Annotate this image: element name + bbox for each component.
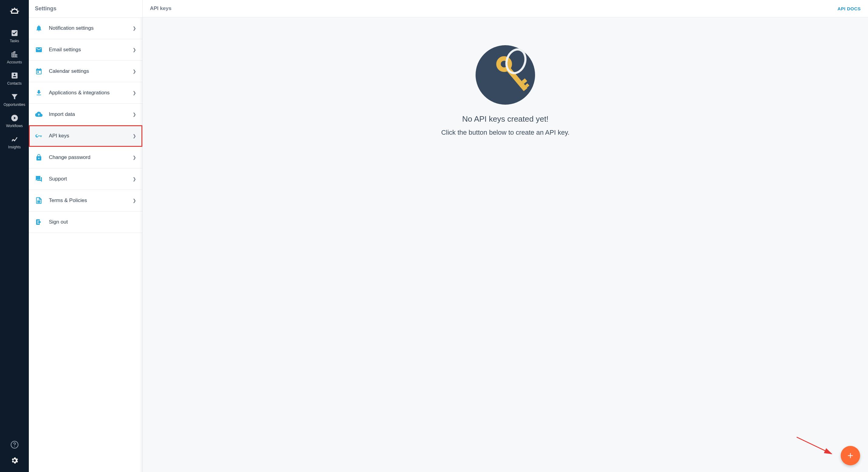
bell-icon xyxy=(35,24,43,32)
chevron-right-icon: ❯ xyxy=(133,69,136,74)
nav-item-label: Accounts xyxy=(7,60,22,64)
nav-item-insights[interactable]: Insights xyxy=(0,132,29,153)
settings-gear-icon[interactable] xyxy=(10,456,19,466)
signout-icon xyxy=(35,218,43,226)
chevron-right-icon: ❯ xyxy=(133,198,136,203)
chevron-right-icon: ❯ xyxy=(133,26,136,31)
app-logo-icon xyxy=(8,6,21,20)
settings-item-api-keys[interactable]: API keys ❯ xyxy=(29,125,142,147)
lock-icon xyxy=(35,154,43,161)
plus-icon xyxy=(846,451,855,460)
document-icon xyxy=(35,196,43,204)
settings-item-support[interactable]: Support ❯ xyxy=(29,168,142,190)
nav-item-label: Insights xyxy=(8,145,21,149)
svg-point-11 xyxy=(14,446,14,447)
settings-item-label: Terms & Policies xyxy=(49,197,133,203)
settings-header: Settings xyxy=(29,0,142,18)
chevron-right-icon: ❯ xyxy=(133,47,136,52)
settings-item-label: Applications & integrations xyxy=(49,90,133,96)
page-title: API keys xyxy=(150,5,172,11)
main-content: API keys API DOCS No API keys created ye… xyxy=(143,0,868,472)
nav-item-contacts[interactable]: Contacts xyxy=(0,68,29,89)
settings-list: Notification settings ❯ Email settings ❯… xyxy=(29,18,142,472)
nav-item-label: Contacts xyxy=(7,81,22,86)
svg-point-9 xyxy=(16,137,17,138)
api-docs-link[interactable]: API DOCS xyxy=(837,6,861,11)
settings-item-label: API keys xyxy=(49,133,133,139)
nav-item-opportunities[interactable]: Opportunities xyxy=(0,89,29,111)
chevron-right-icon: ❯ xyxy=(133,90,136,95)
empty-state: No API keys created yet! Click the butto… xyxy=(143,17,868,472)
download-icon xyxy=(35,89,43,97)
empty-subtitle: Click the button below to create an API … xyxy=(441,129,570,136)
settings-item-calendar[interactable]: Calendar settings ❯ xyxy=(29,61,142,82)
svg-point-3 xyxy=(10,11,11,11)
key-icon xyxy=(35,132,43,140)
chevron-right-icon: ❯ xyxy=(133,112,136,117)
main-header: API keys API DOCS xyxy=(143,0,868,17)
settings-item-email[interactable]: Email settings ❯ xyxy=(29,39,142,61)
svg-point-12 xyxy=(475,45,535,105)
svg-point-7 xyxy=(12,139,13,140)
settings-item-label: Change password xyxy=(49,154,133,160)
nav-item-label: Opportunities xyxy=(4,102,25,107)
nav-item-label: Workflows xyxy=(6,124,23,128)
settings-item-integrations[interactable]: Applications & integrations ❯ xyxy=(29,82,142,104)
calendar-icon xyxy=(35,67,43,75)
chat-icon xyxy=(35,175,43,183)
settings-item-label: Email settings xyxy=(49,47,133,53)
chevron-right-icon: ❯ xyxy=(133,133,136,138)
nav-item-workflows[interactable]: Workflows xyxy=(0,111,29,132)
settings-item-label: Support xyxy=(49,176,133,182)
nav-item-accounts[interactable]: Accounts xyxy=(0,47,29,68)
settings-item-label: Import data xyxy=(49,111,133,117)
settings-item-label: Notification settings xyxy=(49,25,133,31)
empty-title: No API keys created yet! xyxy=(462,114,549,124)
nav-item-label: Tasks xyxy=(10,39,19,43)
settings-item-label: Calendar settings xyxy=(49,68,133,74)
svg-point-0 xyxy=(14,8,15,8)
chevron-right-icon: ❯ xyxy=(133,177,136,181)
email-icon xyxy=(35,46,43,54)
nav-rail: Tasks Accounts Contacts Opportunities Wo… xyxy=(0,0,29,472)
settings-panel: Settings Notification settings ❯ Email s… xyxy=(29,0,143,472)
settings-item-signout[interactable]: Sign out xyxy=(29,212,142,233)
chevron-right-icon: ❯ xyxy=(133,155,136,160)
svg-point-8 xyxy=(14,140,15,141)
keys-illustration-icon xyxy=(475,44,536,105)
cloud-upload-icon xyxy=(35,111,43,118)
settings-item-label: Sign out xyxy=(49,219,136,225)
svg-point-4 xyxy=(18,11,19,11)
nav-item-tasks[interactable]: Tasks xyxy=(0,26,29,47)
create-api-key-button[interactable] xyxy=(841,446,860,465)
settings-item-terms[interactable]: Terms & Policies ❯ xyxy=(29,190,142,212)
settings-item-import[interactable]: Import data ❯ xyxy=(29,104,142,125)
settings-item-notifications[interactable]: Notification settings ❯ xyxy=(29,18,142,39)
help-icon[interactable] xyxy=(10,440,19,450)
settings-item-password[interactable]: Change password ❯ xyxy=(29,147,142,168)
